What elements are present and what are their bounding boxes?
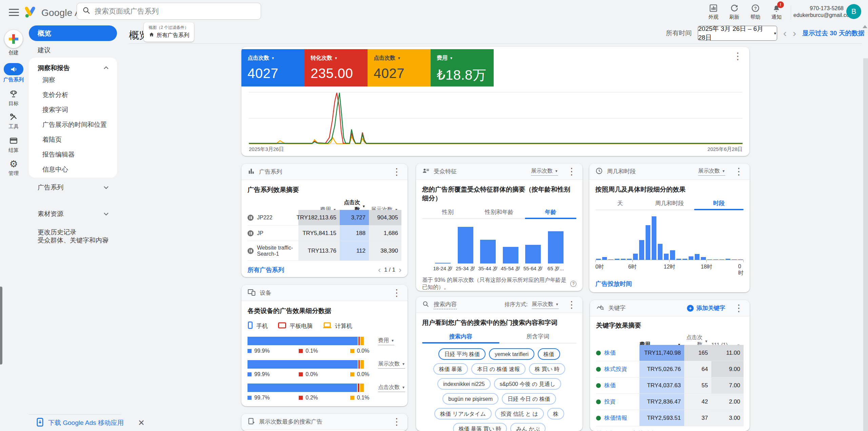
sidebar-item-insights[interactable]: 洞察 [42, 75, 110, 85]
search-term-chip[interactable]: 本日 の 株価 速報 [471, 363, 526, 375]
device-stacked-bar[interactable] [248, 384, 364, 392]
hour-bar[interactable] [658, 244, 663, 260]
search-term-chip[interactable]: 株 買い 時 [529, 363, 565, 375]
metric-selector[interactable]: 展示次数▼ [532, 301, 559, 309]
search-term-chip[interactable]: 株価 暴落 [433, 363, 468, 375]
hour-bar[interactable] [633, 254, 638, 260]
age-bar[interactable] [435, 263, 451, 263]
date-range-picker[interactable]: 2025年 3月 26日 – 6月 28日 ▼ [698, 26, 777, 41]
hour-bar[interactable] [701, 257, 706, 260]
chevron-up-icon[interactable] [102, 64, 110, 72]
rail-item-create[interactable]: 创建 [0, 30, 27, 56]
tab-search-terms[interactable]: 搜索内容 [422, 331, 499, 343]
menu-icon[interactable] [8, 7, 20, 18]
hour-bar[interactable] [689, 256, 693, 260]
search-term-chip[interactable]: 株価 [538, 348, 560, 360]
hour-bar[interactable] [652, 216, 656, 260]
all-campaigns-link[interactable]: 所有广告系列 [248, 266, 284, 274]
refresh-button[interactable]: 刷新 [725, 3, 744, 20]
kebab-menu-icon[interactable]: ⋮ [567, 300, 576, 310]
left-scrollbar-thumb[interactable] [0, 287, 2, 365]
keyword-link[interactable]: 株価 [604, 349, 616, 357]
rail-item-tools[interactable]: 工具 [0, 112, 27, 130]
rail-item-campaigns[interactable]: 广告系列 [0, 63, 27, 83]
download-app-link[interactable]: 下载 Google Ads 移动应用 [48, 418, 124, 427]
view-filter-chip[interactable]: 视图（2 个过滤条件） 所有广告系列 [144, 22, 194, 42]
device-stacked-bar[interactable] [248, 360, 364, 369]
tab-gender[interactable]: 性别 [422, 207, 474, 218]
sidebar-item-report-editor[interactable]: 报告编辑器 [42, 149, 110, 160]
sidebar-item-search-terms[interactable]: 搜索字词 [42, 104, 110, 115]
rail-item-billing[interactable]: 结算 [0, 136, 27, 154]
search-term-chip[interactable]: s&p500 今後 の 見通し [494, 378, 561, 390]
keyword-link[interactable]: 株価 [604, 381, 616, 389]
campaign-row[interactable]: JP222TRY182,113.653,727904,305 [248, 210, 401, 226]
metric-selector[interactable]: 点击次数▼ [378, 384, 405, 392]
tab-gender-age[interactable]: 性别和年龄 [474, 207, 525, 218]
tab-age[interactable]: 年龄 [525, 207, 576, 218]
help-button[interactable]: ? 帮助 [746, 3, 765, 20]
kebab-menu-icon[interactable]: ⋮ [733, 52, 743, 61]
page-prev-icon[interactable]: ‹ [378, 265, 381, 275]
google-ads-logo-icon[interactable] [24, 5, 39, 20]
notifications-button[interactable]: 通知 ! [767, 3, 786, 20]
sidebar-item-auction[interactable]: 竞价分析 [42, 90, 110, 100]
sidebar-item-suggestions[interactable]: 建议 [29, 44, 117, 56]
search-term-chip[interactable]: indexnikkei ni225 [437, 378, 491, 390]
date-next-button[interactable]: › [793, 28, 796, 38]
date-prev-button[interactable]: ‹ [783, 28, 787, 38]
kebab-menu-icon[interactable]: ⋮ [567, 167, 576, 176]
scorecard-cost[interactable]: 费用▼ ₺18.8万 [431, 49, 494, 86]
page-prev-icon[interactable]: ‹ [717, 429, 719, 431]
hour-bar[interactable] [695, 254, 699, 260]
ad-schedule-link[interactable]: 广告投放时间 [595, 280, 744, 288]
rail-item-admin[interactable]: ⚙ 管理 [0, 159, 27, 177]
sidebar-group-insights[interactable]: 洞察和报告 [38, 64, 70, 73]
kebab-menu-icon[interactable]: ⋮ [734, 167, 744, 176]
age-bar[interactable] [548, 231, 564, 263]
search-term-chip[interactable]: 株価 暴落 買い 時 [453, 423, 507, 431]
add-keyword-button[interactable]: +添加关键字 [687, 304, 725, 312]
keyword-row[interactable]: 株価TRY4,037.63557.00 [596, 377, 744, 394]
page-next-icon[interactable]: › [741, 429, 744, 431]
search-term-chip[interactable]: 投資 信託 と は [495, 408, 544, 419]
sidebar-item-when-where[interactable]: 广告展示的时间和位置 [42, 119, 110, 130]
rail-item-goals[interactable]: 目标 [0, 89, 27, 107]
scorecard-clicks[interactable]: 点击次数▼ 4027 [241, 49, 304, 86]
avatar[interactable]: B [846, 4, 861, 19]
kebab-menu-icon[interactable]: ⋮ [392, 167, 401, 177]
keyword-row[interactable]: 投資TRY2,836.47422.00 [596, 394, 744, 410]
metric-selector[interactable]: 费用▼ [378, 337, 394, 345]
global-search-input[interactable]: 搜索页面或广告系列 [77, 3, 261, 20]
tab-day[interactable]: 天 [595, 198, 645, 210]
scorecard-conversions[interactable]: 转化次数▼ 235.00 [304, 49, 368, 86]
close-icon[interactable]: ✕ [138, 418, 145, 428]
search-term-chip[interactable]: 日経 今日 の 株価 [502, 393, 556, 405]
tab-day-hour[interactable]: 周几和时段 [645, 198, 694, 210]
hour-bar[interactable] [664, 254, 669, 260]
hour-bar[interactable] [602, 257, 607, 260]
scorecard-clicks-2[interactable]: 点击次数▼ 4027 [368, 49, 431, 86]
kebab-menu-icon[interactable]: ⋮ [392, 288, 401, 298]
sidebar-item-landing-pages[interactable]: 着陆页 [42, 134, 110, 145]
keyword-link[interactable]: 株価情報 [604, 414, 627, 422]
right-scrollbar-track[interactable] [863, 58, 868, 431]
tab-words[interactable]: 所含字词 [499, 331, 577, 343]
search-term-chip[interactable]: みん かぶ [510, 423, 546, 431]
keyword-link[interactable]: 投資 [604, 398, 616, 406]
search-term-chip[interactable]: 株価 リアルタイム [434, 408, 492, 419]
tab-hour[interactable]: 时段 [694, 198, 744, 210]
search-term-chip[interactable]: 株 [547, 408, 564, 419]
keyword-row[interactable]: 株価情報TRY2,593.51373.00 [596, 410, 744, 426]
keyword-link[interactable]: 株式投資 [604, 365, 627, 373]
sidebar-item-overview[interactable]: 概览 [29, 25, 117, 41]
help-circle-icon[interactable]: ? [570, 281, 576, 287]
age-bar[interactable] [480, 240, 496, 263]
search-term-chip[interactable]: bugün ne pişirsem [442, 393, 498, 405]
devices-link[interactable]: 设备 [248, 406, 401, 406]
hour-bar[interactable] [646, 225, 650, 260]
device-stacked-bar[interactable] [248, 337, 364, 345]
kebab-menu-icon[interactable]: ⋮ [392, 417, 401, 427]
metric-selector[interactable]: 展示次数▼ [698, 168, 725, 176]
hour-bar[interactable] [639, 240, 644, 260]
